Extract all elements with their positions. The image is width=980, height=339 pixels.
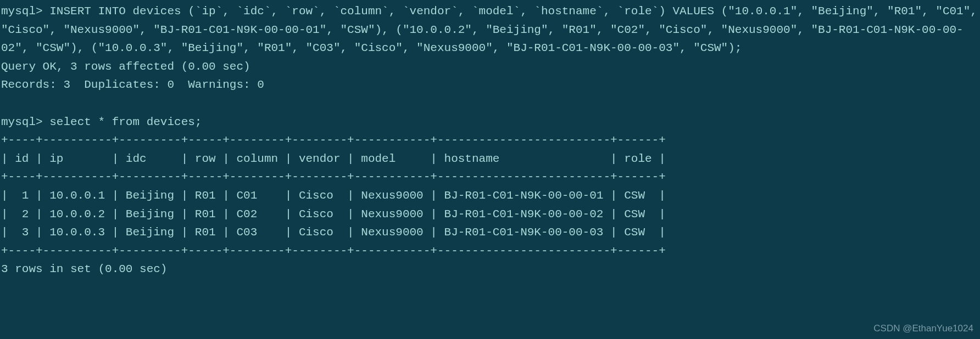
- table-row: | 1 | 10.0.0.1 | Beijing | R01 | C01 | C…: [1, 189, 666, 202]
- mysql-prompt: mysql>: [1, 5, 49, 18]
- table-border-bottom: +----+----------+---------+-----+-------…: [1, 245, 666, 257]
- rows-in-set-message: 3 rows in set (0.00 sec): [1, 263, 167, 275]
- mysql-prompt: mysql>: [1, 116, 49, 128]
- select-statement: select * from devices;: [49, 116, 202, 128]
- table-header-row: | id | ip | idc | row | column | vendor …: [1, 152, 666, 165]
- table-row: | 3 | 10.0.0.3 | Beijing | R01 | C03 | C…: [1, 226, 666, 239]
- terminal-output[interactable]: mysql> INSERT INTO devices (`ip`, `idc`,…: [0, 0, 980, 281]
- table-border-mid: +----+----------+---------+-----+-------…: [1, 171, 666, 183]
- records-summary: Records: 3 Duplicates: 0 Warnings: 0: [1, 78, 264, 91]
- table-border-top: +----+----------+---------+-----+-------…: [1, 134, 666, 146]
- table-row: | 2 | 10.0.0.2 | Beijing | R01 | C02 | C…: [1, 208, 666, 221]
- query-ok-message: Query OK, 3 rows affected (0.00 sec): [1, 60, 250, 73]
- insert-statement: INSERT INTO devices (`ip`, `idc`, `row`,…: [1, 5, 980, 54]
- watermark-text: CSDN @EthanYue1024: [873, 321, 973, 336]
